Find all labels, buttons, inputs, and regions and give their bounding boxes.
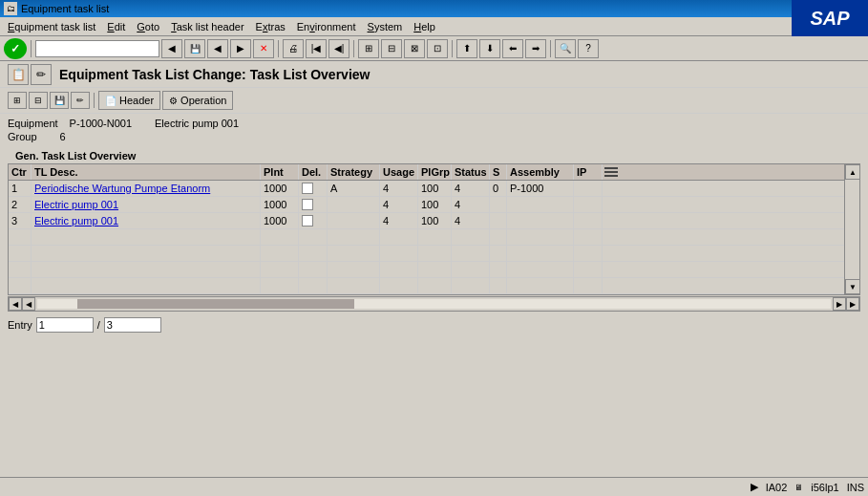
cell-s-3	[490, 213, 507, 228]
btn-2[interactable]: ◀|	[328, 39, 349, 58]
page-header-area: 📋 ✏ Equipment Task List Change: Task Lis…	[0, 61, 868, 88]
hscroll-left-btn[interactable]: ◀	[9, 297, 22, 311]
btn-4[interactable]: ⊟	[381, 39, 402, 58]
cell-del-1[interactable]	[299, 181, 328, 196]
header-button-label: Header	[119, 95, 154, 106]
col-header-ip: IP	[574, 164, 603, 180]
toolbar-small-btn-4[interactable]: ✏	[71, 92, 90, 109]
green-check-button[interactable]: ✓	[4, 38, 27, 59]
cell-tl-3[interactable]: Electric pump 001	[32, 213, 261, 228]
scroll-down-btn[interactable]: ▼	[845, 279, 860, 294]
del-checkbox-2[interactable]	[302, 199, 313, 210]
server-name: i56lp1	[811, 482, 838, 493]
menu-goto[interactable]: Goto	[131, 19, 165, 34]
btn-10[interactable]: ➡	[525, 39, 546, 58]
page-icon: 📋	[8, 64, 29, 85]
equipment-value: P-1000-N001	[70, 118, 132, 129]
entry-current-input[interactable]	[36, 317, 94, 333]
svg-rect-1	[604, 171, 618, 173]
cancel-btn[interactable]: ✕	[253, 39, 274, 58]
btn-1[interactable]: |◀	[306, 39, 327, 58]
operation-button[interactable]: ⚙ Operation	[162, 91, 233, 110]
empty-cell	[328, 229, 380, 245]
print-btn[interactable]: 🖨	[283, 39, 304, 58]
svg-rect-2	[604, 175, 618, 177]
table-inner: Ctr TL Desc. Plnt Del. Strategy Usage Pl…	[9, 164, 844, 294]
menu-environment[interactable]: Environment	[291, 19, 362, 34]
hscroll-right-btn[interactable]: ▶	[833, 297, 846, 311]
scroll-up-btn[interactable]: ▲	[845, 164, 860, 180]
main-toolbar: ✓ ◀ 💾 ◀ ▶ ✕ 🖨 |◀ ◀| ⊞ ⊟ ⊠ ⊡ ⬆ ⬇ ⬅ ➡ 🔍 ?	[0, 36, 868, 61]
btn-5[interactable]: ⊠	[404, 39, 425, 58]
del-checkbox-3[interactable]	[302, 215, 313, 226]
toolbar-small-btn-1[interactable]: ⊞	[8, 92, 27, 109]
cell-del-3[interactable]	[299, 213, 328, 228]
cell-ctr-3: 3	[9, 213, 32, 228]
cell-plnt-3: 1000	[261, 213, 299, 228]
cell-tl-1[interactable]: Periodische Wartung Pumpe Etanorm	[32, 181, 261, 196]
menu-equipment-task-list[interactable]: Equipment task list	[2, 19, 101, 34]
menu-bar: Equipment task list Edit Goto Task list …	[0, 17, 868, 36]
col-header-strategy: Strategy	[328, 164, 380, 180]
menu-edit[interactable]: Edit	[101, 19, 131, 34]
cell-assembly-3	[507, 213, 574, 228]
btn-11[interactable]: 🔍	[555, 39, 576, 58]
header-button[interactable]: 📄 Header	[98, 91, 160, 110]
cell-s-2	[490, 197, 507, 212]
btn-6[interactable]: ⊡	[427, 39, 448, 58]
cell-usage-2: 4	[380, 197, 418, 212]
entry-total-input[interactable]	[104, 317, 161, 333]
btn-9[interactable]: ⬅	[502, 39, 523, 58]
transaction-code: IA02	[766, 482, 788, 493]
hscroll-right2-btn[interactable]: ▶	[846, 297, 859, 311]
del-checkbox-1[interactable]	[302, 183, 313, 194]
cell-status-2: 4	[452, 197, 490, 212]
save-btn[interactable]: 💾	[184, 39, 205, 58]
btn-7[interactable]: ⬆	[456, 39, 477, 58]
command-input[interactable]	[35, 40, 159, 57]
separator	[94, 93, 95, 108]
table-row-empty-2	[9, 246, 844, 262]
hscroll-thumb[interactable]	[77, 299, 355, 309]
page-title: Equipment Task List Change: Task List Ov…	[59, 67, 370, 82]
toolbar-left-btn[interactable]: ◀	[161, 39, 182, 58]
btn-12[interactable]: ?	[578, 39, 599, 58]
table-row[interactable]: 2 Electric pump 001 1000 4 100 4	[9, 197, 844, 213]
operation-icon: ⚙	[169, 96, 178, 106]
col-header-usage: Usage	[380, 164, 418, 180]
cell-del-2[interactable]	[299, 197, 328, 212]
menu-extras[interactable]: Extras	[250, 19, 291, 34]
equipment-desc: Electric pump 001	[155, 118, 239, 129]
section-header: Gen. Task List Overview	[0, 146, 868, 163]
empty-cell	[574, 229, 603, 245]
toolbar-small-btn-2[interactable]: ⊟	[29, 92, 48, 109]
cell-assembly-2	[507, 197, 574, 212]
menu-help[interactable]: Help	[408, 19, 441, 34]
table-row[interactable]: 3 Electric pump 001 1000 4 100 4	[9, 213, 844, 229]
cell-status-3: 4	[452, 213, 490, 228]
page-icon2: ✏	[31, 64, 52, 85]
header-icon: 📄	[105, 96, 116, 106]
main-window: 🗂 Equipment task list _ □ ✕ SAP Equipmen…	[0, 0, 868, 496]
btn-8[interactable]: ⬇	[479, 39, 500, 58]
table-vertical-scrollbar[interactable]: ▲ ▼	[844, 164, 859, 294]
forward-btn[interactable]: ▶	[230, 39, 251, 58]
equipment-label: Equipment	[8, 118, 58, 129]
hscroll-left2-btn[interactable]: ◀	[22, 297, 35, 311]
cell-strategy-3	[328, 213, 380, 228]
btn-3[interactable]: ⊞	[358, 39, 379, 58]
col-header-icon	[603, 164, 620, 180]
cell-ip-1	[574, 181, 603, 196]
menu-system[interactable]: System	[362, 19, 409, 34]
table-row[interactable]: 1 Periodische Wartung Pumpe Etanorm 1000…	[9, 181, 844, 197]
menu-task-list-header[interactable]: Task list header	[165, 19, 249, 34]
toolbar-small-btn-3[interactable]: 💾	[50, 92, 69, 109]
cell-tl-2[interactable]: Electric pump 001	[32, 197, 261, 212]
back-btn[interactable]: ◀	[207, 39, 228, 58]
horizontal-scrollbar: ◀ ◀ ▶ ▶	[8, 296, 860, 312]
status-bar: ▶ IA02 🖥 i56lp1 INS	[0, 477, 868, 496]
cell-usage-3: 4	[380, 213, 418, 228]
table-row-empty-4	[9, 278, 844, 294]
cell-ip-2	[574, 197, 603, 212]
cell-plgrp-3: 100	[418, 213, 452, 228]
